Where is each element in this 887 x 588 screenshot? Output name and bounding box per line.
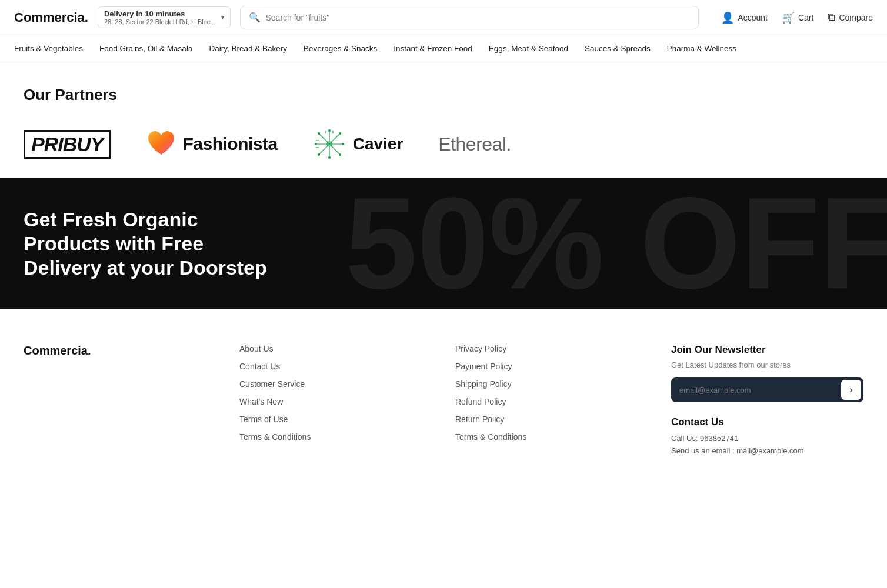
nav-item-beverages-snacks[interactable]: Beverages & Snacks: [304, 42, 377, 55]
footer-logo-col: Commercia.: [24, 344, 216, 459]
nav-item-pharma-wellness[interactable]: Pharma & Wellness: [667, 42, 736, 55]
svg-point-5: [328, 157, 330, 159]
footer-contact-email: Send us an email : mail@example.com: [671, 446, 863, 455]
fashionista-logo-text: Fashionista: [182, 134, 277, 154]
cart-icon: 🛒: [782, 11, 795, 24]
ethereal-logo-text: Ethereal.: [438, 133, 511, 155]
footer-logo: Commercia.: [24, 344, 216, 358]
banner-bg-discount-text: 50% OFF: [345, 179, 887, 308]
banner-headline: Get Fresh Organic Products with Free Del…: [24, 208, 271, 279]
partner-ethereal: Ethereal.: [438, 133, 511, 155]
main-content: Our Partners PRIBUY: [0, 62, 887, 309]
newsletter-title: Join Our Newsletter: [671, 344, 863, 356]
cavier-snowflake-icon: [313, 128, 346, 161]
svg-point-9: [339, 154, 341, 156]
newsletter-email-input[interactable]: [679, 386, 841, 395]
nav-item-food-grains[interactable]: Food Grains, Oil & Masala: [99, 42, 192, 55]
chevron-down-icon: ▾: [221, 14, 224, 21]
footer-contact-phone: Call Us: 963852741: [671, 434, 863, 443]
partners-section: Our Partners PRIBUY: [0, 62, 887, 178]
partner-cavier: Cavier: [313, 128, 404, 161]
footer: Commercia. About Us Contact Us Customer …: [0, 309, 887, 482]
footer-nav-col: About Us Contact Us Customer Service Wha…: [239, 344, 432, 459]
newsletter-form: ›: [671, 377, 863, 402]
search-bar: 🔍: [240, 6, 699, 29]
footer-link-payment-policy[interactable]: Payment Policy: [455, 362, 648, 371]
footer-policy-col: Privacy Policy Payment Policy Shipping P…: [455, 344, 648, 459]
footer-link-contact-us[interactable]: Contact Us: [239, 362, 432, 371]
banner-text-block: Get Fresh Organic Products with Free Del…: [24, 208, 271, 279]
account-button[interactable]: 👤 Account: [721, 11, 768, 24]
footer-link-refund-policy[interactable]: Refund Policy: [455, 397, 648, 406]
delivery-title: Delivery in 10 minutes: [104, 9, 216, 18]
pribuy-logo-text: PRIBUY: [24, 130, 111, 159]
footer-link-privacy-policy[interactable]: Privacy Policy: [455, 344, 648, 353]
nav-item-fruits-vegetables[interactable]: Fruits & Vegetables: [14, 42, 83, 55]
nav-item-eggs-meat[interactable]: Eggs, Meat & Seafood: [489, 42, 568, 55]
svg-point-6: [315, 143, 316, 145]
svg-point-7: [342, 143, 344, 145]
fashionista-heart-icon: [146, 129, 176, 159]
search-icon: 🔍: [249, 12, 261, 23]
footer-link-terms-conditions-2[interactable]: Terms & Conditions: [455, 432, 648, 442]
footer-link-terms-of-use[interactable]: Terms of Use: [239, 415, 432, 424]
cavier-logo-text: Cavier: [353, 135, 404, 153]
compare-icon: ⧉: [828, 11, 835, 24]
newsletter-submit-button[interactable]: ›: [841, 380, 861, 400]
footer-link-return-policy[interactable]: Return Policy: [455, 415, 648, 424]
promo-banner: Get Fresh Organic Products with Free Del…: [0, 178, 887, 309]
svg-point-10: [339, 133, 341, 135]
logo[interactable]: Commercia.: [14, 10, 88, 25]
svg-point-11: [318, 154, 319, 156]
search-input[interactable]: [265, 13, 690, 22]
footer-link-whats-new[interactable]: What's New: [239, 397, 432, 406]
header: Commercia. Delivery in 10 minutes 28, 28…: [0, 0, 887, 35]
header-actions: 👤 Account 🛒 Cart ⧉ Compare: [708, 11, 873, 24]
main-nav: Fruits & Vegetables Food Grains, Oil & M…: [0, 35, 887, 62]
delivery-address: 28, 28, Sector 22 Block H Rd, H Bloc...: [104, 18, 216, 25]
account-label: Account: [738, 13, 768, 22]
account-icon: 👤: [721, 11, 734, 24]
partners-grid: PRIBUY Fashionista: [24, 128, 863, 161]
delivery-selector[interactable]: Delivery in 10 minutes 28, 28, Sector 22…: [98, 6, 231, 28]
cart-label: Cart: [798, 13, 813, 22]
footer-link-customer-service[interactable]: Customer Service: [239, 379, 432, 389]
compare-label: Compare: [839, 13, 873, 22]
cart-button[interactable]: 🛒 Cart: [782, 11, 813, 24]
nav-item-sauces-spreads[interactable]: Sauces & Spreads: [585, 42, 651, 55]
compare-button[interactable]: ⧉ Compare: [828, 11, 873, 24]
svg-point-8: [318, 133, 319, 135]
footer-link-terms-conditions[interactable]: Terms & Conditions: [239, 432, 432, 442]
partner-fashionista: Fashionista: [146, 129, 277, 159]
partner-pribuy: PRIBUY: [24, 130, 111, 159]
footer-contact-title: Contact Us: [671, 416, 863, 428]
footer-newsletter-col: Join Our Newsletter Get Latest Updates f…: [671, 344, 863, 459]
nav-item-dairy-bread[interactable]: Dairy, Bread & Bakery: [209, 42, 287, 55]
nav-item-instant-frozen[interactable]: Instant & Frozen Food: [394, 42, 472, 55]
footer-link-shipping-policy[interactable]: Shipping Policy: [455, 379, 648, 389]
newsletter-subtitle: Get Latest Updates from our stores: [671, 360, 863, 369]
svg-point-4: [328, 130, 330, 132]
partners-title: Our Partners: [24, 86, 863, 104]
footer-link-about-us[interactable]: About Us: [239, 344, 432, 353]
